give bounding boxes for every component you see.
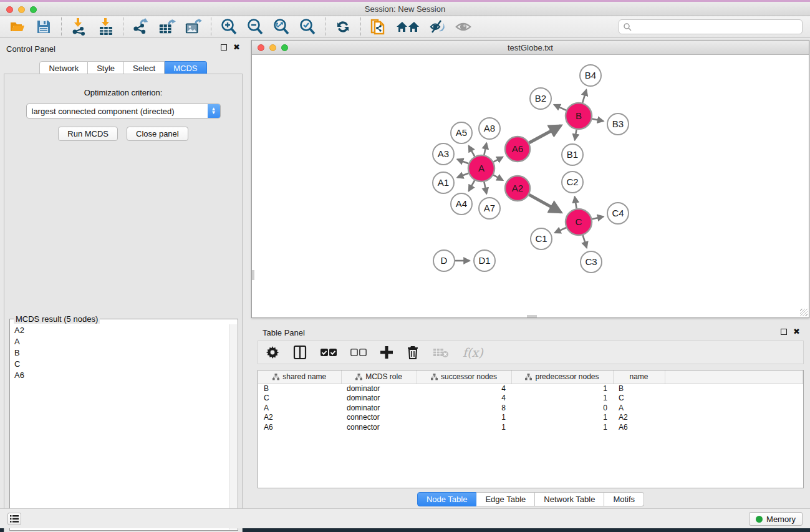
table-cell[interactable]: 1 — [511, 384, 613, 394]
table-cell[interactable]: dominator — [341, 394, 417, 404]
open-file-icon[interactable] — [9, 18, 26, 36]
export-table-icon[interactable] — [158, 18, 176, 36]
graph-edge-A2-C[interactable] — [529, 195, 561, 212]
graph-node-B4[interactable]: B4 — [580, 65, 601, 86]
birds-eye-icon[interactable] — [455, 18, 472, 36]
graph-edge-A-A7[interactable] — [484, 182, 486, 194]
graph-node-C4[interactable]: C4 — [607, 203, 629, 224]
column-header-shared-name[interactable]: shared name — [258, 370, 341, 384]
close-panel-icon[interactable]: ✖ — [233, 44, 240, 51]
clone-network-icon[interactable] — [370, 18, 387, 36]
graph-node-A1[interactable]: A1 — [433, 172, 454, 193]
graph-edge-C-C1[interactable] — [555, 228, 566, 233]
memory-button[interactable]: Memory — [749, 512, 803, 526]
search-field[interactable] — [619, 19, 803, 34]
graph-edge-A-A4[interactable] — [469, 180, 475, 191]
table-row[interactable]: A6connector11A6 — [258, 422, 803, 432]
network-graph[interactable]: B4B2BB3A8A5A6A3B1AA1C2A2A4A7C4CC1DD1C3 — [252, 56, 809, 317]
table-row[interactable]: Bdominator41B — [258, 384, 803, 394]
graph-node-A6[interactable]: A6 — [505, 137, 530, 162]
graph-node-A2[interactable]: A2 — [505, 176, 530, 201]
table-cell[interactable]: connector — [341, 422, 417, 432]
select-all-icon[interactable] — [321, 348, 337, 357]
table-cell[interactable]: 1 — [511, 422, 613, 432]
delete-icon[interactable] — [407, 346, 419, 359]
import-network-icon[interactable] — [70, 18, 88, 36]
graph-edge-A6-B[interactable] — [529, 125, 561, 143]
table-cell[interactable]: B — [258, 384, 341, 394]
table-cell[interactable]: 1 — [417, 422, 511, 432]
table-cell[interactable]: dominator — [341, 384, 417, 394]
column-header-predecessor-nodes[interactable]: predecessor nodes — [511, 370, 613, 384]
table-row[interactable]: Adominator80A — [258, 403, 803, 413]
refresh-icon[interactable] — [334, 18, 352, 36]
run-mcds-button[interactable]: Run MCDS — [58, 127, 118, 141]
graph-edge-B-B3[interactable] — [592, 118, 604, 121]
graph-node-C1[interactable]: C1 — [531, 228, 552, 249]
float-table-panel-icon[interactable] — [781, 329, 787, 335]
column-header-name[interactable]: name — [613, 370, 665, 384]
save-session-icon[interactable] — [35, 18, 52, 36]
graph-node-A3[interactable]: A3 — [433, 143, 454, 165]
graph-node-D[interactable]: D — [433, 250, 455, 271]
table-cell[interactable]: 1 — [511, 413, 613, 423]
zoom-fit-icon[interactable] — [272, 18, 290, 36]
graph-edge-C-C2[interactable] — [575, 197, 577, 209]
table-tab-edge-table[interactable]: Edge Table — [476, 492, 535, 506]
export-network-icon[interactable] — [132, 18, 150, 36]
mcds-result-item[interactable]: A6 — [11, 369, 229, 380]
import-table-icon[interactable] — [97, 18, 114, 36]
graph-edge-B-B4[interactable] — [582, 90, 586, 103]
graph-edge-A-A2[interactable] — [493, 175, 503, 180]
graph-node-C2[interactable]: C2 — [562, 172, 583, 193]
graph-edge-A-A5[interactable] — [469, 146, 475, 157]
columns-icon[interactable] — [293, 345, 307, 360]
table-cell[interactable]: A — [258, 403, 341, 413]
mcds-result-item[interactable]: A2 — [11, 324, 229, 336]
graph-edge-C-C3[interactable] — [583, 235, 587, 248]
graph-node-D1[interactable]: D1 — [474, 250, 495, 271]
float-panel-icon[interactable] — [221, 44, 227, 51]
show-graphics-details-icon[interactable] — [428, 18, 446, 36]
zoom-in-icon[interactable] — [220, 18, 238, 36]
add-icon[interactable] — [380, 346, 393, 359]
table-cell[interactable]: 0 — [511, 403, 613, 413]
graph-node-B1[interactable]: B1 — [562, 144, 583, 165]
column-header-MCDS-role[interactable]: MCDS role — [341, 370, 417, 384]
graph-node-A7[interactable]: A7 — [479, 198, 500, 219]
optimization-criterion-select[interactable]: largest connected component (directed) ▲… — [26, 104, 221, 118]
table-cell[interactable]: B — [613, 384, 665, 394]
resize-grip-icon[interactable] — [800, 309, 808, 316]
search-input[interactable] — [632, 22, 802, 31]
table-cell[interactable]: A2 — [258, 413, 341, 423]
mcds-result-item[interactable]: A — [11, 336, 229, 347]
graph-node-A[interactable]: A — [468, 155, 494, 181]
gear-icon[interactable] — [266, 346, 279, 359]
table-cell[interactable]: C — [613, 394, 665, 404]
table-cell[interactable]: A6 — [258, 422, 341, 432]
table-cell[interactable]: C — [258, 394, 341, 404]
export-image-icon[interactable] — [185, 18, 202, 36]
table-cell[interactable]: 4 — [417, 394, 511, 404]
graph-node-A8[interactable]: A8 — [479, 118, 500, 139]
table-cell[interactable]: A2 — [613, 413, 665, 423]
table-tab-node-table[interactable]: Node Table — [417, 492, 477, 506]
graph-edge-A-A8[interactable] — [484, 143, 486, 155]
mcds-result-list[interactable]: A2ABCA6 — [11, 324, 229, 530]
graph-edge-A-A6[interactable] — [493, 157, 503, 162]
network-window-titlebar[interactable]: testGlobe.txt — [252, 41, 809, 55]
graph-edge-C-C4[interactable] — [592, 216, 603, 219]
graph-node-C[interactable]: C — [566, 209, 592, 235]
task-history-button[interactable] — [7, 513, 21, 525]
graph-node-B[interactable]: B — [566, 103, 592, 129]
table-cell[interactable]: dominator — [341, 403, 417, 413]
table-row[interactable]: Cdominator41C — [258, 394, 803, 404]
zoom-selected-icon[interactable] — [299, 18, 316, 36]
network-canvas[interactable]: B4B2BB3A8A5A6A3B1AA1C2A2A4A7C4CC1DD1C3 — [252, 56, 809, 317]
table-cell[interactable]: 4 — [417, 384, 511, 394]
deselect-all-icon[interactable] — [350, 348, 367, 357]
home-icon[interactable] — [396, 18, 420, 36]
mcds-result-item[interactable]: B — [11, 347, 229, 358]
graph-node-C3[interactable]: C3 — [581, 251, 602, 273]
mcds-result-item[interactable]: C — [11, 358, 229, 369]
